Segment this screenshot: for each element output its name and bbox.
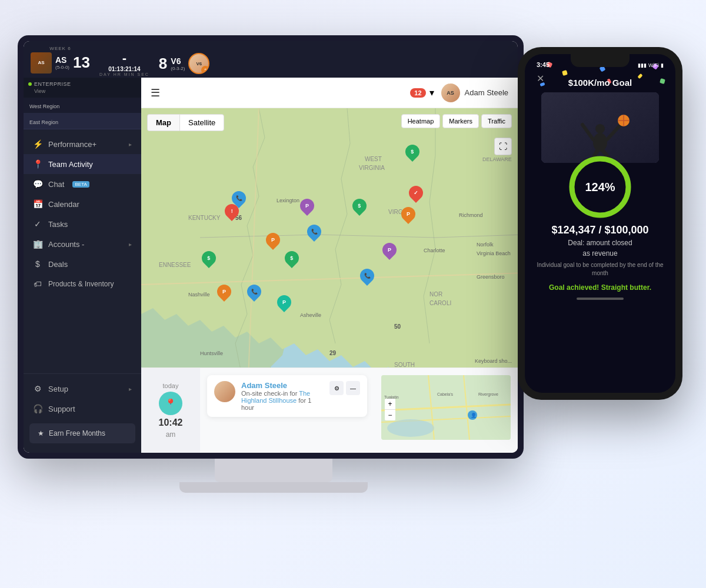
map-pin-red-1[interactable]: ! [225, 204, 239, 220]
notification-area[interactable]: 12 ▾ [410, 87, 434, 98]
svg-text:NOR: NOR [429, 291, 442, 298]
signal-icon: ▮▮▮ [638, 62, 647, 68]
sidebar-item-accounts[interactable]: 🏢 Accounts - ▸ [24, 234, 141, 254]
sidebar-item-performance[interactable]: ⚡ Performance+ ▸ [24, 134, 141, 154]
team-right-score: 8 [159, 55, 167, 73]
activity-description: On-site check-in for The Highland Stillh… [241, 390, 324, 411]
map-pin-purple-2[interactable]: P [382, 243, 397, 259]
sidebar-item-calendar[interactable]: 📅 Calendar [24, 194, 141, 214]
map-pin-green-1[interactable]: $ [352, 199, 367, 215]
map-view-button[interactable]: Map [147, 114, 179, 131]
map-view-controls: Map Satellite [147, 114, 224, 131]
zoom-out-button[interactable]: − [385, 410, 395, 420]
timer-value: 01:13:21:14 [108, 66, 140, 72]
enterprise-indicator [28, 82, 32, 86]
monitor-base [179, 482, 368, 493]
wifi-icon: WiFi [648, 62, 659, 68]
map-pin-red-2[interactable]: ✓ [409, 186, 423, 202]
satellite-view-button[interactable]: Satellite [179, 114, 224, 131]
sidebar-item-team-activity[interactable]: 📍 Team Activity [24, 154, 141, 174]
east-region-label: East Region [29, 119, 58, 125]
enterprise-label: Enterprise [34, 81, 71, 87]
map-pin-purple-1[interactable]: P [300, 199, 314, 215]
svg-text:Cabela's: Cabela's [437, 392, 454, 396]
svg-text:Asheville: Asheville [300, 312, 321, 318]
svg-text:Lexington: Lexington [277, 198, 299, 203]
activity-card: Adam Steele On-site check-in for The Hig… [207, 375, 367, 417]
sidebar-item-setup[interactable]: ⚙ Setup ▸ [24, 379, 141, 399]
support-label: Support [48, 405, 75, 413]
user-avatar: AS [441, 83, 460, 102]
view-label: View [28, 88, 136, 94]
progress-ring: 124% [568, 155, 632, 219]
map-pin-orange-1[interactable]: P [266, 233, 280, 249]
sidebar-item-deals[interactable]: $ Deals [24, 254, 141, 274]
sidebar-item-chat[interactable]: 💬 Chat BETA [24, 174, 141, 194]
map-pin-blue-2[interactable]: 📞 [307, 225, 321, 241]
activity-more-button[interactable]: — [346, 381, 360, 395]
map-pin-green-3[interactable]: $ [202, 251, 216, 268]
performance-icon: ⚡ [33, 139, 42, 149]
map-pin-orange-2[interactable]: P [217, 285, 231, 301]
support-icon: 🎧 [33, 404, 42, 413]
team-right-avatar: V6 2 [188, 53, 209, 74]
monitor-frame: WEEK 6 AS AS (5-0-0) 13 - [18, 35, 524, 459]
heatmap-button[interactable]: Heatmap [401, 114, 441, 128]
week-label: WEEK 6 [49, 46, 71, 51]
svg-text:50: 50 [394, 323, 401, 330]
keyboard-shortcut: Keyboard sho... [475, 358, 512, 364]
svg-text:VIRGINIA: VIRGINIA [359, 165, 385, 171]
sidebar: Enterprise View West Region East Region [24, 78, 141, 453]
markers-button[interactable]: Markers [442, 114, 479, 128]
earn-free-months-button[interactable]: ★ Earn Free Months [29, 423, 135, 443]
goal-subtext: Individual goal to be completed by the e… [534, 261, 666, 278]
map-expand-button[interactable]: ⛶ [494, 138, 512, 155]
notification-chevron: ▾ [429, 87, 434, 98]
svg-text:Huntsville: Huntsville [200, 350, 223, 356]
map-pin-green-4[interactable]: $ [405, 145, 419, 161]
hamburger-menu[interactable]: ☰ [151, 86, 160, 99]
calendar-icon: 📅 [33, 199, 42, 209]
sidebar-item-products[interactable]: 🏷 Products & Inventory [24, 274, 141, 294]
activity-content: Adam Steele On-site check-in for The Hig… [200, 368, 374, 453]
sidebar-item-tasks[interactable]: ✓ Tasks [24, 214, 141, 234]
goal-deal-sub: as revenue [582, 249, 617, 258]
products-icon: 🏷 [33, 279, 42, 289]
svg-text:DELAWARE: DELAWARE [482, 156, 512, 162]
accounts-arrow: ▸ [129, 241, 132, 248]
phone-status-icons: ▮▮▮ WiFi ▮ [638, 62, 664, 68]
map-pin-green-2[interactable]: $ [285, 251, 299, 268]
map-zoom-controls: + − [385, 399, 395, 420]
svg-text:SOUTH: SOUTH [394, 362, 415, 368]
traffic-button[interactable]: Traffic [481, 114, 512, 128]
map-pin-teal-1[interactable]: P [277, 295, 291, 312]
svg-text:ENNESSEE: ENNESSEE [159, 262, 191, 268]
svg-text:Nashville: Nashville [188, 292, 210, 298]
timer-labels: DAY HR MIN SEC [99, 72, 149, 76]
svg-text:WEST: WEST [365, 156, 382, 162]
team-left-record: (5-0-0) [55, 65, 69, 70]
score-separator: - [122, 51, 126, 66]
svg-text:👤: 👤 [471, 412, 477, 418]
sidebar-east-region: East Region [24, 113, 141, 129]
phone-notch [571, 54, 630, 67]
map-pin-blue-4[interactable]: 📞 [247, 285, 261, 301]
accounts-label: Accounts - [48, 240, 84, 249]
goal-amount: $124,347 / $100,000 [551, 224, 648, 236]
monitor-stand [215, 459, 332, 482]
sidebar-bottom: ⚙ Setup ▸ 🎧 Support ★ Earn Free Months [24, 373, 141, 453]
map-pin-blue-3[interactable]: 📞 [360, 269, 374, 285]
team-activity-icon: 📍 [33, 159, 42, 169]
phone-close-button[interactable]: ✕ [537, 73, 544, 84]
time-ampm: am [166, 430, 176, 439]
user-menu[interactable]: AS Adam Steele [441, 83, 508, 102]
activity-text: Adam Steele On-site check-in for The Hig… [241, 381, 324, 411]
monitor-display: WEEK 6 AS AS (5-0-0) 13 - [18, 35, 530, 517]
chat-beta-badge: BETA [72, 181, 89, 188]
activity-settings-button[interactable]: ⚙ [329, 381, 344, 395]
performance-arrow: ▸ [129, 141, 132, 148]
sidebar-item-support[interactable]: 🎧 Support [24, 399, 141, 419]
zoom-in-button[interactable]: + [385, 399, 395, 410]
team-activity-label: Team Activity [48, 160, 93, 169]
map-pin-orange-3[interactable]: P [401, 207, 415, 223]
